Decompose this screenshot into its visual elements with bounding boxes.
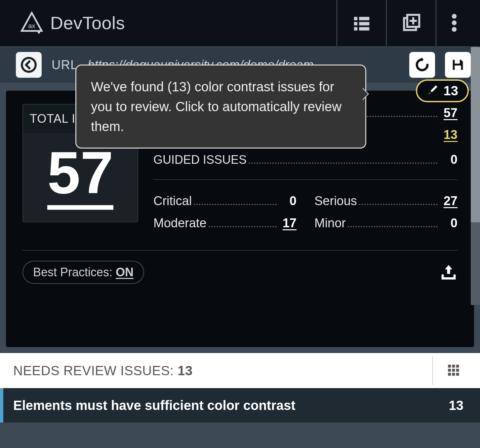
color-contrast-badge[interactable]: 13 [416,79,469,102]
severity-moderate-value[interactable]: 17 [280,216,297,230]
logo: ax DevTools [20,11,125,35]
svg-rect-22 [452,369,455,372]
svg-rect-23 [456,369,459,372]
more-menu-button[interactable] [436,0,472,46]
scrollbar-thumb[interactable] [471,47,480,222]
refresh-icon [414,57,430,73]
severity-minor: Minor 0 [314,216,458,230]
svg-rect-3 [359,17,369,20]
svg-rect-25 [452,373,455,376]
svg-point-15 [22,58,36,72]
issue-title: Elements must have sufficient color cont… [13,398,296,413]
svg-point-12 [452,14,457,19]
needs-review-value[interactable]: 13 [441,128,458,142]
svg-rect-7 [359,27,369,30]
svg-point-1 [38,31,40,33]
issue-row[interactable]: Elements must have sufficient color cont… [0,388,480,423]
back-arrow-icon [20,57,37,73]
needs-review-heading: NEEDS REVIEW ISSUES: 13 [13,363,193,378]
eyedropper-icon [426,84,438,98]
grid-view-button[interactable] [432,356,467,385]
grid-icon [446,363,460,377]
svg-point-13 [452,21,457,25]
svg-rect-4 [354,22,357,25]
svg-rect-20 [456,365,459,368]
scrollbar[interactable] [471,47,480,305]
rescan-button[interactable] [409,52,435,78]
svg-rect-19 [452,365,455,368]
color-contrast-count: 13 [444,83,459,98]
list-view-button[interactable] [337,0,386,46]
best-practices-state: ON [116,265,134,279]
divider [153,179,458,180]
tooltip: We've found (13) color contrast issues f… [75,65,366,149]
back-button[interactable] [16,52,42,78]
upload-icon [440,263,458,281]
svg-rect-6 [354,27,357,30]
svg-rect-16 [455,60,460,64]
severity-critical: Critical 0 [153,194,297,208]
guided-issues-value: 0 [441,153,458,167]
save-button[interactable] [445,52,471,78]
list-icon [351,13,372,33]
svg-rect-24 [448,373,451,376]
severity-moderate: Moderate 17 [153,216,297,230]
save-icon [450,57,465,72]
svg-point-14 [452,27,457,32]
tooltip-text: We've found (13) color contrast issues f… [91,79,341,134]
svg-rect-21 [448,369,451,372]
add-page-icon [402,13,421,32]
export-button[interactable] [440,263,458,282]
best-practices-toggle[interactable]: Best Practices: ON [22,261,144,284]
issue-count: 13 [449,398,464,413]
severity-critical-value: 0 [280,194,297,208]
svg-rect-18 [448,365,451,368]
axe-logo-icon: ax [20,11,44,35]
automatic-issues-value[interactable]: 57 [441,106,458,120]
svg-rect-5 [359,22,369,25]
severity-serious: Serious 27 [314,194,458,208]
guided-issues-label: GUIDED ISSUES [153,153,247,167]
total-issues-count[interactable]: 57 [47,143,113,210]
app-header: ax DevTools [0,0,480,46]
svg-rect-17 [455,66,461,70]
add-page-button[interactable] [386,0,436,46]
needs-review-section-header: NEEDS REVIEW ISSUES: 13 [0,353,480,388]
kebab-menu-icon [452,14,457,32]
url-label: URL [52,58,78,72]
svg-rect-2 [354,17,357,20]
best-practices-label: Best Practices: [33,265,112,279]
severity-minor-value: 0 [441,216,458,230]
app-title: DevTools [50,13,125,33]
guided-issues-row: GUIDED ISSUES 0 [153,153,458,167]
svg-text:ax: ax [28,22,35,29]
svg-rect-26 [456,373,459,376]
severity-serious-value[interactable]: 27 [441,194,458,208]
